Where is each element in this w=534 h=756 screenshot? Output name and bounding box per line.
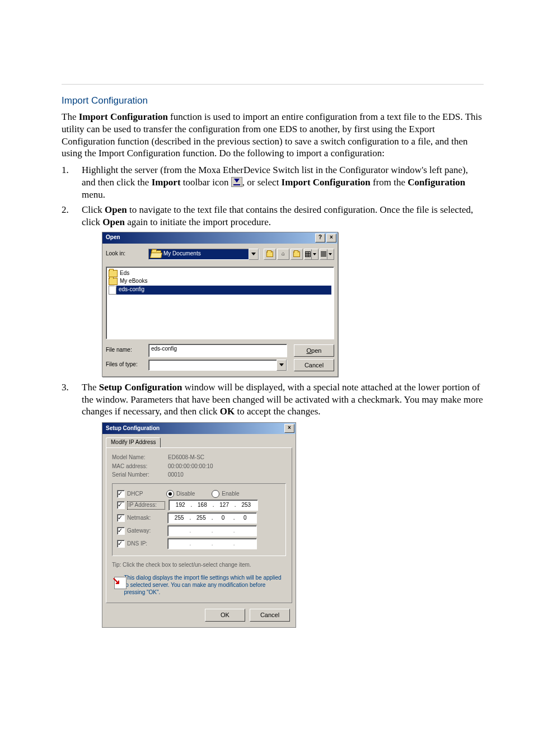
file-entry-ebooks[interactable]: My eBooks (109, 278, 331, 285)
filename-label: File name: (106, 347, 148, 354)
setup-dialog-titlebar: Setup Configuration × (102, 423, 296, 434)
section-title: Import Configuration (62, 95, 484, 106)
ip-group: DHCP Disable Enable IP Address: 192.168.… (112, 483, 286, 556)
setup-cancel-button[interactable]: Cancel (250, 609, 290, 621)
lookin-value: My Documents (163, 250, 201, 258)
step2-bold-open2: Open (102, 217, 125, 227)
file-entry-selected[interactable]: eds-config (109, 286, 331, 295)
open-dialog-title: Open (106, 234, 120, 241)
file-list-area[interactable]: Eds My eBooks eds-config (106, 267, 334, 339)
step1-bold-import: Import (152, 177, 181, 188)
step1-c: , or select (242, 177, 282, 188)
netmask-checkbox[interactable] (117, 514, 125, 522)
desktop-button[interactable]: ⌂ (277, 249, 289, 260)
step-1: Highlight the server (from the Moxa Ethe… (62, 164, 484, 200)
tab-modify-ip[interactable]: Modify IP Address (106, 437, 161, 447)
filetype-dropdown-button[interactable] (277, 360, 287, 371)
dns-checkbox[interactable] (117, 540, 125, 548)
filename-input[interactable]: eds-config (148, 344, 287, 357)
disable-radio[interactable] (166, 490, 174, 498)
step2-a: Click (82, 204, 105, 215)
open-dialog-help-button[interactable]: ? (315, 234, 325, 242)
model-name-label: Model Name: (112, 454, 168, 461)
open-dialog: Open ? × Look in: My Documents (102, 232, 338, 377)
cancel-button[interactable]: Cancel (294, 359, 334, 371)
setup-config-dialog: Setup Configuration × Modify IP Address … (102, 422, 296, 627)
step3-bold-setup: Setup Configuration (99, 382, 182, 393)
ip-label: IP Address: (127, 501, 165, 510)
step3-bold-ok: OK (220, 406, 235, 417)
gateway-label: Gateway: (127, 528, 164, 535)
step3-a: The (82, 382, 99, 393)
lookin-combo[interactable]: My Documents (148, 249, 259, 260)
ip-address-input[interactable]: 192.168.127.253 (168, 500, 258, 511)
step1-b: toolbar icon (181, 177, 231, 188)
gateway-checkbox[interactable] (117, 527, 125, 535)
intro-paragraph: The Import Configuration function is use… (62, 111, 484, 160)
open-dialog-close-button[interactable]: × (326, 234, 336, 242)
folder-open-icon (151, 250, 161, 258)
step3-c: to accept the changes. (235, 406, 320, 417)
steps-list: Highlight the server (from the Moxa Ethe… (62, 164, 484, 628)
note-text: This dialog displays the import file set… (124, 575, 286, 596)
intro-text-a: The (62, 111, 79, 122)
netmask-label: Netmask: (127, 515, 164, 522)
intro-bold: Import Configuration (79, 111, 168, 122)
serial-value: 00010 (168, 472, 184, 479)
disable-label: Disable (176, 491, 195, 498)
enable-label: Enable (222, 491, 239, 498)
import-toolbar-icon (231, 177, 242, 187)
step2-c: again to initiate the import procedure. (125, 217, 271, 227)
open-dialog-titlebar: Open ? × (102, 232, 338, 244)
lookin-dropdown-button[interactable] (249, 249, 259, 260)
step-2: Click Open to navigate to the text file … (62, 204, 484, 377)
new-folder-button[interactable] (291, 249, 303, 260)
gateway-input[interactable]: ... (167, 525, 257, 536)
mac-label: MAC address: (112, 463, 168, 470)
step1-e: menu. (82, 189, 105, 200)
step-3: The Setup Configuration window will be d… (62, 381, 484, 628)
netmask-input[interactable]: 255.255.0.0 (167, 512, 257, 524)
file-entry-eds[interactable]: Eds (109, 270, 331, 277)
up-folder-button[interactable] (264, 249, 276, 260)
document-icon (109, 286, 116, 295)
filetype-label: Files of type: (106, 361, 148, 368)
dns-label: DNS IP: (127, 540, 164, 548)
mac-value: 00:00:00:00:00:10 (168, 463, 213, 470)
tip-text: Tip: Click the check box to select/un-se… (112, 562, 286, 569)
model-name-value: ED6008-M-SC (168, 454, 204, 461)
step1-bold-importconfig: Import Configuration (282, 177, 371, 188)
filetype-value (149, 360, 277, 370)
step1-bold-configuration: Configuration (407, 177, 465, 188)
step1-d: from the (371, 177, 408, 188)
filetype-combo[interactable] (148, 360, 287, 371)
header-rule (62, 84, 484, 85)
note-icon (112, 575, 119, 590)
setup-ok-button[interactable]: OK (205, 609, 245, 621)
dns-input[interactable]: ... (167, 538, 257, 549)
step2-bold-open1: Open (105, 204, 127, 215)
view-list-button[interactable] (304, 249, 318, 260)
open-button[interactable]: Open (294, 344, 334, 357)
folder-icon (109, 278, 118, 285)
serial-label: Serial Number: (112, 472, 168, 479)
dhcp-checkbox[interactable] (117, 490, 125, 498)
lookin-label: Look in: (106, 250, 148, 258)
enable-radio[interactable] (212, 490, 219, 498)
dhcp-label: DHCP (127, 491, 166, 498)
view-details-button[interactable] (320, 249, 334, 260)
setup-dialog-close-button[interactable]: × (284, 424, 294, 433)
ip-checkbox[interactable] (117, 501, 125, 509)
setup-dialog-title: Setup Configuration (106, 425, 160, 432)
